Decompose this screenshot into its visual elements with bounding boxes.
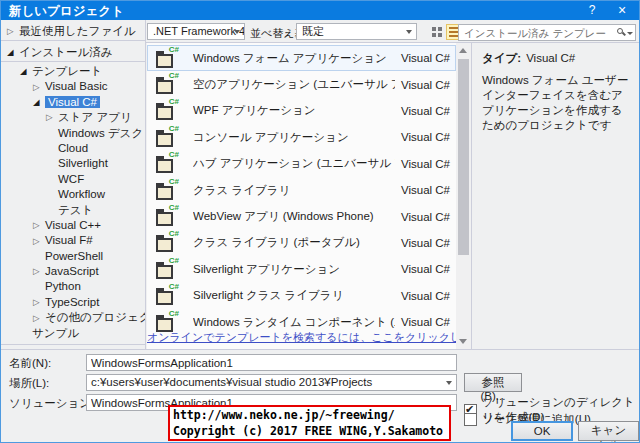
location-input[interactable]: c:¥users¥user¥documents¥visual studio 20… bbox=[86, 374, 457, 391]
sidebar-item[interactable]: WCF bbox=[1, 172, 145, 187]
template-list-item[interactable]: C# Silverlight クラス ライブラリ Visual C# bbox=[147, 283, 456, 309]
search-input[interactable] bbox=[462, 26, 610, 39]
cancel-button[interactable]: キャンセル bbox=[578, 421, 639, 441]
sidebar-item-label: Python bbox=[45, 280, 81, 292]
template-icon: C# bbox=[155, 180, 179, 201]
sort-by-combobox[interactable]: 既定 bbox=[296, 23, 417, 40]
location-label: 場所(L): bbox=[9, 376, 49, 391]
type-value: Visual C# bbox=[526, 52, 575, 64]
sidebar-item[interactable]: 最近使用したファイル bbox=[1, 22, 145, 41]
tree-expander-icon[interactable] bbox=[46, 110, 58, 125]
sidebar-item-label: Visual F# bbox=[45, 234, 93, 246]
template-name: WebView アプリ (Windows Phone) bbox=[193, 209, 395, 224]
template-icon: C# bbox=[155, 153, 179, 174]
sidebar-item[interactable]: PowerShell bbox=[1, 249, 145, 264]
sidebar-item[interactable]: サンプル bbox=[1, 326, 145, 341]
sidebar-item-label: Visual C# bbox=[45, 96, 100, 108]
template-icon: C# bbox=[155, 74, 179, 95]
sidebar-item[interactable]: Windows デスクトップ bbox=[1, 126, 145, 141]
template-language: Visual C# bbox=[401, 316, 450, 328]
sidebar-item[interactable]: Visual C++ bbox=[1, 218, 145, 233]
sidebar-item[interactable]: Visual C# bbox=[1, 95, 145, 110]
sidebar-item-label: サンプル bbox=[32, 327, 79, 339]
template-icon: C# bbox=[155, 206, 179, 227]
template-list-item[interactable]: C# Windows ランタイム コンポーネント (ユニバーサル アプリ用ポータ… bbox=[147, 309, 456, 335]
template-description: Windows フォーム ユーザー インターフェイスを含むアプリケーションを作成… bbox=[482, 73, 632, 133]
sidebar-item[interactable]: JavaScript bbox=[1, 264, 145, 279]
sidebar-item-label: インストール済み bbox=[19, 46, 113, 58]
ok-button[interactable]: OK bbox=[511, 421, 573, 441]
small-icons-view-button[interactable] bbox=[428, 24, 445, 40]
checkbox-unchecked-icon[interactable] bbox=[464, 413, 477, 426]
sidebar-item-label: WCF bbox=[58, 173, 84, 185]
chevron-down-icon[interactable] bbox=[446, 381, 452, 385]
tree-expander-icon[interactable] bbox=[33, 95, 45, 110]
sidebar-item[interactable]: テスト bbox=[1, 203, 145, 218]
title-bar[interactable]: 新しいプロジェクト ? × bbox=[1, 1, 639, 20]
browse-button[interactable]: 参照(B)... bbox=[464, 373, 522, 392]
template-name: Silverlight クラス ライブラリ bbox=[193, 288, 395, 303]
grid-view-icon bbox=[432, 27, 442, 37]
csharp-badge-icon: C# bbox=[169, 151, 179, 159]
sidebar-item[interactable]: Silverlight bbox=[1, 156, 145, 171]
sidebar-item-label: Visual Basic bbox=[45, 80, 107, 92]
template-list-item[interactable]: C# ハブ アプリケーション (ユニバーサル アプリ) Visual C# bbox=[147, 151, 456, 177]
vertical-scrollbar[interactable] bbox=[456, 43, 471, 349]
template-list-item[interactable]: C# WPF アプリケーション Visual C# bbox=[147, 98, 456, 124]
sidebar-item-label: Visual C++ bbox=[45, 219, 101, 231]
template-language: Visual C# bbox=[401, 158, 450, 170]
sidebar-item-label: テンプレート bbox=[32, 65, 102, 77]
name-input[interactable] bbox=[86, 354, 457, 371]
sidebar-item[interactable]: Visual F# bbox=[1, 233, 145, 248]
scroll-up-icon[interactable] bbox=[459, 48, 467, 53]
sidebar-item[interactable]: Visual Basic bbox=[1, 79, 145, 94]
watermark-overlay: http://www.neko.ne.jp/~freewing/ Copyrig… bbox=[168, 405, 451, 441]
close-button[interactable]: × bbox=[607, 1, 637, 20]
template-name: クラス ライブラリ (ポータブル) bbox=[193, 235, 395, 250]
details-panel: タイプ:Visual C# Windows フォーム ユーザー インターフェイス… bbox=[471, 43, 640, 349]
sidebar-item-label: テスト bbox=[58, 204, 93, 216]
framework-combobox[interactable]: .NET Framework 4.5.1 bbox=[147, 23, 245, 40]
tree-expander-icon[interactable] bbox=[33, 264, 45, 279]
csharp-badge-icon: C# bbox=[169, 125, 179, 133]
sidebar-item[interactable]: インストール済み bbox=[1, 43, 145, 62]
sidebar-item-label: Workflow bbox=[58, 188, 105, 200]
template-list-item[interactable]: C# Silverlight アプリケーション Visual C# bbox=[147, 256, 456, 282]
tree-expander-icon[interactable] bbox=[7, 43, 19, 62]
tree-expander-icon[interactable] bbox=[7, 22, 19, 41]
tree-expander-icon[interactable] bbox=[33, 234, 45, 249]
new-project-dialog: 新しいプロジェクト ? × 最近使用したファイル インストール済み テンプレート… bbox=[0, 0, 640, 443]
sidebar-item[interactable]: TypeScript bbox=[1, 295, 145, 310]
tree-expander-icon[interactable] bbox=[20, 64, 32, 79]
tree-expander-icon[interactable] bbox=[33, 80, 45, 95]
template-name: コンソール アプリケーション bbox=[193, 130, 395, 145]
template-list-item[interactable]: C# クラス ライブラリ Visual C# bbox=[147, 177, 456, 203]
scroll-down-icon[interactable] bbox=[459, 339, 467, 344]
template-list-item[interactable]: C# クラス ライブラリ (ポータブル) Visual C# bbox=[147, 230, 456, 256]
sort-by-value: 既定 bbox=[302, 25, 324, 37]
template-list-item[interactable]: C# Windows フォーム アプリケーション Visual C# bbox=[147, 45, 456, 71]
chevron-down-icon[interactable] bbox=[627, 32, 633, 35]
tree-expander-icon[interactable] bbox=[33, 295, 45, 310]
help-button[interactable]: ? bbox=[577, 1, 607, 20]
sidebar-item[interactable]: ストア アプリ bbox=[1, 110, 145, 125]
sidebar-item[interactable]: Workflow bbox=[1, 187, 145, 202]
sidebar-item-label: Windows デスクトップ bbox=[58, 127, 145, 139]
template-icon: C# bbox=[155, 100, 179, 121]
template-list-item[interactable]: C# コンソール アプリケーション Visual C# bbox=[147, 124, 456, 150]
sidebar-item[interactable]: Python bbox=[1, 279, 145, 294]
scroll-thumb[interactable] bbox=[458, 59, 469, 255]
template-language: Visual C# bbox=[401, 131, 450, 143]
template-name: Windows フォーム アプリケーション bbox=[193, 51, 395, 66]
template-list-item[interactable]: C# 空のアプリケーション (ユニバーサル アプリ) Visual C# bbox=[147, 71, 456, 97]
template-search-box[interactable] bbox=[458, 24, 636, 41]
tree-expander-icon[interactable] bbox=[33, 218, 45, 233]
sidebar-item[interactable]: Cloud bbox=[1, 141, 145, 156]
template-name: クラス ライブラリ bbox=[193, 183, 395, 198]
sidebar-item[interactable]: テンプレート bbox=[1, 64, 145, 79]
chevron-down-icon bbox=[234, 30, 240, 34]
tree-expander-icon[interactable] bbox=[33, 311, 45, 326]
template-list-item[interactable]: C# WebView アプリ (Windows Phone) Visual C# bbox=[147, 203, 456, 229]
dialog-title: 新しいプロジェクト bbox=[9, 3, 124, 20]
sidebar-item[interactable]: その他のプロジェクトの種類 bbox=[1, 310, 145, 325]
